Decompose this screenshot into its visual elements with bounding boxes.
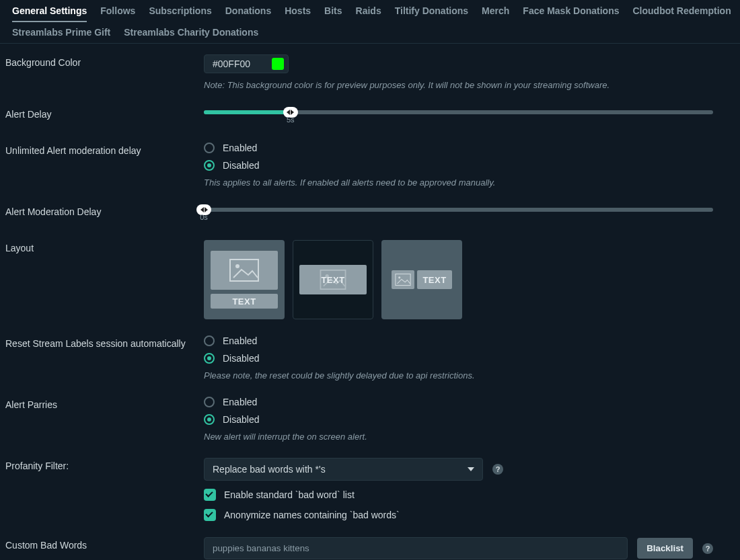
text-placeholder: TEXT <box>417 270 452 289</box>
alert-parries-help: New alert will interrupt the on screen a… <box>204 432 713 442</box>
reset-stream-labels-label: Reset Stream Labels session automaticall… <box>5 335 204 349</box>
radio-label: Enabled <box>223 397 257 407</box>
tab-merch[interactable]: Merch <box>475 0 516 22</box>
alert-delay-label: Alert Delay <box>5 106 204 120</box>
blacklist-button[interactable]: Blacklist <box>637 538 693 559</box>
tab-raids[interactable]: Raids <box>349 0 388 22</box>
alert-parries-label: Alert Parries <box>5 397 204 410</box>
background-color-field[interactable] <box>211 58 265 70</box>
tab-cloudbot-redemption[interactable]: Cloudbot Redemption <box>626 0 738 22</box>
alert-delay-value: 5s <box>287 116 295 124</box>
checkbox-icon <box>204 489 216 501</box>
tab-donations[interactable]: Donations <box>219 0 278 22</box>
reset-stream-enabled-radio[interactable]: Enabled <box>204 335 713 346</box>
chevron-down-icon <box>468 467 474 471</box>
background-color-label: Background Color <box>5 54 204 68</box>
radio-icon <box>204 143 215 153</box>
general-settings-form: Background Color Note: This background c… <box>0 44 740 560</box>
layout-option-text-on-image[interactable]: TEXT <box>293 240 373 319</box>
background-color-input[interactable] <box>204 54 289 73</box>
tab-face-mask-donations[interactable]: Face Mask Donations <box>516 0 626 22</box>
text-placeholder: TEXT <box>211 294 278 309</box>
profanity-filter-label: Profanity Filter: <box>5 458 204 471</box>
checkbox-icon <box>204 509 216 521</box>
color-swatch-icon[interactable] <box>272 58 284 70</box>
radio-label: Disabled <box>223 414 259 425</box>
custom-bad-words-input[interactable] <box>204 537 628 559</box>
tab-tiltify-donations[interactable]: Tiltify Donations <box>388 0 475 22</box>
tab-general-settings[interactable]: General Settings <box>5 0 94 22</box>
alert-parries-enabled-radio[interactable]: Enabled <box>204 397 713 407</box>
enable-standard-badword-checkbox[interactable]: Enable standard `bad word` list <box>204 489 713 501</box>
radio-label: Enabled <box>223 143 257 153</box>
tab-streamlabs-prime-gift[interactable]: Streamlabs Prime Gift <box>5 22 117 43</box>
radio-icon <box>204 397 215 407</box>
radio-icon <box>204 160 215 171</box>
radio-icon <box>204 335 215 346</box>
tab-hosts[interactable]: Hosts <box>278 0 318 22</box>
profanity-filter-value: Replace bad words with *'s <box>213 464 326 475</box>
checkbox-label: Anonymize names containing `bad words` <box>224 510 400 520</box>
alert-moderation-delay-value: 0s <box>200 213 208 221</box>
unlimited-moderation-help: This applies to all alerts. If enabled a… <box>204 177 713 188</box>
layout-options: TEXT TEXT TEXT <box>204 240 713 319</box>
alert-delay-slider[interactable]: 5s <box>204 106 713 126</box>
text-placeholder: TEXT <box>321 275 344 285</box>
svg-rect-4 <box>396 274 410 286</box>
svg-point-5 <box>398 276 400 278</box>
settings-tabs: General Settings Follows Subscriptions D… <box>0 0 740 44</box>
layout-label: Layout <box>5 240 204 253</box>
unlimited-moderation-label: Unlimited Alert moderation delay <box>5 143 204 156</box>
tab-streamlabs-charity-donations[interactable]: Streamlabs Charity Donations <box>117 22 265 43</box>
reset-stream-disabled-radio[interactable]: Disabled <box>204 353 713 364</box>
svg-rect-0 <box>230 259 258 281</box>
layout-option-image-beside-text[interactable]: TEXT <box>381 240 462 319</box>
help-icon[interactable]: ? <box>702 543 713 554</box>
svg-point-1 <box>235 264 239 268</box>
image-icon <box>211 251 278 290</box>
radio-label: Disabled <box>223 353 259 364</box>
image-icon: TEXT <box>299 265 367 294</box>
layout-option-image-above-text[interactable]: TEXT <box>204 240 285 319</box>
radio-icon <box>204 414 215 425</box>
image-icon <box>392 270 414 289</box>
radio-icon <box>204 353 215 364</box>
unlimited-moderation-disabled-radio[interactable]: Disabled <box>204 160 713 171</box>
checkbox-label: Enable standard `bad word` list <box>224 489 355 500</box>
alert-moderation-delay-slider[interactable]: 0s <box>204 204 713 224</box>
help-icon[interactable]: ? <box>492 464 503 475</box>
unlimited-moderation-enabled-radio[interactable]: Enabled <box>204 143 713 153</box>
tab-subscriptions[interactable]: Subscriptions <box>142 0 218 22</box>
profanity-filter-select[interactable]: Replace bad words with *'s <box>204 458 483 481</box>
alert-parries-disabled-radio[interactable]: Disabled <box>204 414 713 425</box>
alert-moderation-delay-label: Alert Moderation Delay <box>5 204 204 217</box>
tab-bits[interactable]: Bits <box>318 0 348 22</box>
reset-stream-help: Please note, the reset could be slightly… <box>204 370 713 381</box>
anonymize-names-checkbox[interactable]: Anonymize names containing `bad words` <box>204 509 713 521</box>
custom-bad-words-label: Custom Bad Words <box>5 537 204 551</box>
radio-label: Enabled <box>223 335 257 346</box>
radio-label: Disabled <box>223 160 259 171</box>
background-color-note: Note: This background color is for previ… <box>204 80 713 90</box>
tab-follows[interactable]: Follows <box>94 0 142 22</box>
